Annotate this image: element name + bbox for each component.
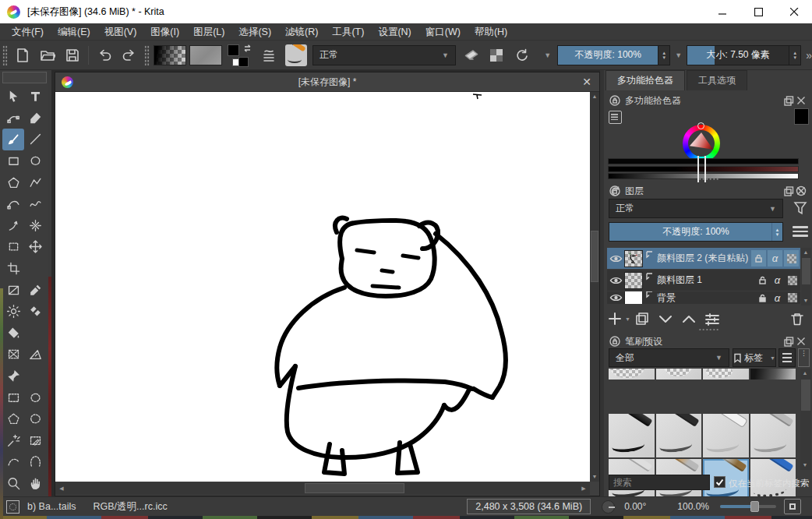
selection-display-icon[interactable] (6, 500, 19, 514)
brush-detail-toggle-icon[interactable] (798, 348, 810, 367)
canvas-vscrollbar[interactable]: ▲ ▼ (590, 92, 599, 482)
tool-edit-shapes-icon[interactable] (2, 108, 24, 129)
tool-rect-select-icon[interactable] (2, 387, 24, 408)
toolbox-header[interactable] (2, 72, 47, 83)
menu-item[interactable]: 编辑(E) (51, 23, 97, 41)
preserve-alpha-icon[interactable] (486, 45, 507, 65)
layer-opacity-slider[interactable]: 不透明度: 100% ▲▼ (609, 222, 783, 242)
layer-thumbnail[interactable] (624, 250, 643, 267)
lock-docker-icon[interactable] (609, 335, 621, 348)
brush-preset-eraser-soft[interactable] (609, 369, 655, 380)
tool-freehand-select-icon[interactable] (24, 408, 46, 430)
tool-magnetic-select-icon[interactable] (24, 451, 46, 473)
tool-gradient-icon[interactable] (2, 279, 24, 301)
brush-search-input[interactable] (609, 475, 710, 490)
tool-dynamic-brush-icon[interactable] (2, 215, 24, 237)
tool-rectangle-icon[interactable] (2, 150, 24, 172)
brush-info-label[interactable]: b) Ba...tails (27, 501, 76, 512)
zoom-slider[interactable] (720, 505, 776, 508)
lock-docker-icon[interactable] (609, 94, 621, 107)
layer-name[interactable]: 颜料图层 1 (657, 274, 756, 287)
eraser-mode-icon[interactable] (461, 45, 482, 65)
brush-preset-pen-gray[interactable] (750, 414, 796, 457)
brush-preset-pen-white[interactable] (703, 414, 749, 457)
tool-freehand-brush-icon[interactable] (2, 129, 24, 150)
canvas-hscrollbar[interactable]: ◀ ▶ (55, 482, 590, 495)
pattern-chooser[interactable] (189, 45, 222, 65)
brush-display-menu-icon[interactable] (778, 348, 796, 367)
layer-alpha-inherit-icon[interactable]: α (771, 274, 784, 287)
menu-item[interactable]: 帮助(H) (468, 23, 514, 41)
brush-preset-airbrush[interactable] (750, 369, 796, 380)
move-layer-down-icon[interactable] (654, 309, 677, 329)
subwindow-close-icon[interactable]: ✕ (581, 76, 593, 88)
new-document-icon[interactable] (12, 45, 33, 65)
blending-mode-dropdown[interactable]: 正常 ▼ (312, 45, 456, 65)
layer-lock-icon[interactable] (756, 274, 769, 287)
opacity-slider[interactable]: 不透明度: 100% (557, 45, 658, 65)
subwindow-titlebar[interactable]: [未保存图像] * ✕ (55, 72, 599, 92)
chevron-down-icon[interactable]: ▼ (544, 51, 551, 59)
layer-alpha-lock-icon[interactable] (786, 274, 799, 287)
tool-ellipse-select-icon[interactable] (24, 387, 46, 408)
layer-visibility-eye-icon[interactable] (607, 293, 624, 302)
tool-bezier-select-icon[interactable] (2, 451, 24, 473)
close-docker-icon[interactable] (795, 94, 807, 107)
open-document-icon[interactable] (37, 45, 58, 65)
tool-calligraphy-icon[interactable] (24, 108, 46, 129)
layer-lock-icon[interactable] (756, 291, 769, 304)
layer-thumbnail[interactable] (624, 272, 643, 289)
menu-item[interactable]: 文件(F) (5, 23, 51, 41)
layer-alpha-lock-icon[interactable] (784, 250, 799, 267)
fit-page-button[interactable] (784, 499, 801, 514)
layer-visibility-eye-icon[interactable] (607, 276, 624, 285)
tool-line-icon[interactable] (24, 129, 46, 150)
layer-lock-icon[interactable] (751, 250, 766, 267)
menu-item[interactable]: 视图(V) (97, 23, 144, 41)
add-layer-icon[interactable]: ▼ (607, 309, 630, 329)
layer-alpha-lock-icon[interactable] (786, 291, 799, 304)
canvas-rotation-dial[interactable] (602, 500, 615, 514)
tag-button[interactable]: 标签 ▼ (733, 348, 776, 367)
redo-icon[interactable] (119, 45, 139, 65)
opacity-spinner[interactable]: ▲▼ (658, 45, 670, 65)
float-docker-icon[interactable] (782, 335, 795, 348)
menu-item[interactable]: 工具(T) (325, 23, 371, 41)
tool-ellipse-icon[interactable] (24, 150, 46, 172)
layer-alpha-inherit-icon[interactable]: α (768, 250, 782, 267)
toolbar-grip[interactable] (2, 45, 8, 65)
minimize-button[interactable] (704, 0, 740, 23)
tool-colorize-mask-icon[interactable] (2, 301, 24, 323)
canvas[interactable] (55, 92, 590, 482)
saturation-value-triangle[interactable] (690, 132, 713, 154)
brush-preset-pen-ink2[interactable] (656, 414, 702, 457)
foreground-background-colors[interactable] (227, 44, 255, 67)
color-profile-label[interactable]: RGB/透明...rc.icc (94, 500, 168, 514)
tool-freehand-path-icon[interactable] (24, 193, 46, 215)
tool-polygon-icon[interactable] (2, 171, 24, 193)
close-docker-icon[interactable] (795, 185, 807, 197)
lock-docker-icon[interactable] (609, 185, 621, 197)
toolbar-grip[interactable] (144, 45, 150, 65)
undo-icon[interactable] (94, 45, 115, 65)
maximize-button[interactable] (740, 0, 776, 23)
move-layer-up-icon[interactable] (677, 309, 701, 329)
tab-advanced-color-selector[interactable]: 多功能拾色器 (605, 70, 685, 90)
layer-name[interactable]: 颜料图层 2 (来自粘贴) (657, 252, 751, 265)
brush-tag-filter-dropdown[interactable]: 全部 ▼ (609, 348, 729, 367)
menu-item[interactable]: 图层(L) (186, 23, 231, 41)
tool-polygon-select-icon[interactable] (2, 408, 24, 430)
brush-preset-chooser-button[interactable] (285, 44, 307, 66)
brush-preset-pen-ink[interactable] (609, 414, 655, 457)
tool-polyline-icon[interactable] (24, 171, 46, 193)
tool-similar-select-icon[interactable] (24, 430, 46, 452)
tool-multibrush-icon[interactable] (24, 215, 46, 237)
tool-transform-select-icon[interactable] (2, 86, 24, 108)
tool-move-icon[interactable] (24, 236, 46, 258)
color-selector-settings-icon[interactable] (609, 111, 622, 124)
layer-visibility-eye-icon[interactable] (607, 254, 624, 263)
tab-tool-options[interactable]: 工具选项 (687, 70, 747, 90)
chevron-down-icon[interactable]: ▼ (675, 51, 682, 59)
search-current-tag-checkbox[interactable] (714, 476, 726, 488)
brush-size-spinner[interactable]: ▲▼ (789, 45, 801, 65)
